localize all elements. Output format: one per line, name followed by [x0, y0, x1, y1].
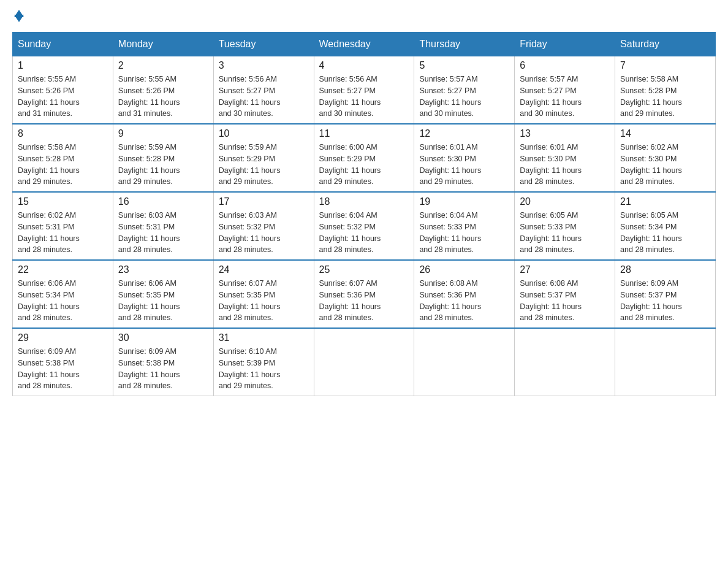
day-info: Sunrise: 5:59 AM Sunset: 5:29 PM Dayligh…	[219, 142, 309, 188]
day-info: Sunrise: 6:06 AM Sunset: 5:35 PM Dayligh…	[118, 278, 208, 324]
calendar-day-cell: 30 Sunrise: 6:09 AM Sunset: 5:38 PM Dayl…	[113, 328, 213, 396]
day-info: Sunrise: 6:02 AM Sunset: 5:31 PM Dayligh…	[18, 210, 108, 256]
column-header-sunday: Sunday	[13, 33, 113, 56]
calendar-day-cell: 25 Sunrise: 6:07 AM Sunset: 5:36 PM Dayl…	[314, 260, 414, 328]
day-info: Sunrise: 6:00 AM Sunset: 5:29 PM Dayligh…	[319, 142, 409, 188]
day-info: Sunrise: 5:58 AM Sunset: 5:28 PM Dayligh…	[620, 74, 710, 120]
day-info: Sunrise: 5:55 AM Sunset: 5:26 PM Dayligh…	[18, 74, 108, 120]
day-number: 31	[219, 332, 309, 343]
page-header	[12, 12, 716, 22]
day-info: Sunrise: 6:09 AM Sunset: 5:37 PM Dayligh…	[620, 278, 710, 324]
day-number: 16	[118, 196, 208, 207]
day-number: 29	[18, 332, 108, 343]
calendar-day-cell	[314, 328, 414, 396]
calendar-day-cell: 17 Sunrise: 6:03 AM Sunset: 5:32 PM Dayl…	[213, 192, 314, 260]
calendar-day-cell: 5 Sunrise: 5:57 AM Sunset: 5:27 PM Dayli…	[414, 56, 515, 124]
day-info: Sunrise: 5:57 AM Sunset: 5:27 PM Dayligh…	[520, 74, 610, 120]
day-info: Sunrise: 6:01 AM Sunset: 5:30 PM Dayligh…	[419, 142, 509, 188]
day-number: 20	[520, 196, 610, 207]
day-number: 12	[419, 128, 509, 139]
calendar-table: SundayMondayTuesdayWednesdayThursdayFrid…	[12, 32, 716, 396]
calendar-week-row: 22 Sunrise: 6:06 AM Sunset: 5:34 PM Dayl…	[13, 260, 716, 328]
day-number: 10	[219, 128, 309, 139]
day-number: 14	[620, 128, 710, 139]
calendar-day-cell: 18 Sunrise: 6:04 AM Sunset: 5:32 PM Dayl…	[314, 192, 414, 260]
calendar-day-cell	[414, 328, 515, 396]
calendar-day-cell: 22 Sunrise: 6:06 AM Sunset: 5:34 PM Dayl…	[13, 260, 113, 328]
day-number: 4	[319, 60, 409, 71]
day-number: 3	[219, 60, 309, 71]
column-header-wednesday: Wednesday	[314, 33, 414, 56]
day-number: 5	[419, 60, 509, 71]
day-number: 13	[520, 128, 610, 139]
calendar-day-cell: 9 Sunrise: 5:59 AM Sunset: 5:28 PM Dayli…	[113, 124, 213, 192]
calendar-day-cell: 15 Sunrise: 6:02 AM Sunset: 5:31 PM Dayl…	[13, 192, 113, 260]
column-header-monday: Monday	[113, 33, 213, 56]
day-info: Sunrise: 6:10 AM Sunset: 5:39 PM Dayligh…	[219, 346, 309, 392]
day-number: 17	[219, 196, 309, 207]
calendar-week-row: 29 Sunrise: 6:09 AM Sunset: 5:38 PM Dayl…	[13, 328, 716, 396]
day-info: Sunrise: 6:03 AM Sunset: 5:32 PM Dayligh…	[219, 210, 309, 256]
day-number: 18	[319, 196, 409, 207]
day-number: 23	[118, 264, 208, 275]
calendar-day-cell: 4 Sunrise: 5:56 AM Sunset: 5:27 PM Dayli…	[314, 56, 414, 124]
column-header-thursday: Thursday	[414, 33, 515, 56]
calendar-day-cell: 2 Sunrise: 5:55 AM Sunset: 5:26 PM Dayli…	[113, 56, 213, 124]
day-number: 8	[18, 128, 108, 139]
calendar-day-cell: 20 Sunrise: 6:05 AM Sunset: 5:33 PM Dayl…	[515, 192, 615, 260]
calendar-day-cell: 7 Sunrise: 5:58 AM Sunset: 5:28 PM Dayli…	[615, 56, 716, 124]
calendar-day-cell: 23 Sunrise: 6:06 AM Sunset: 5:35 PM Dayl…	[113, 260, 213, 328]
day-info: Sunrise: 5:59 AM Sunset: 5:28 PM Dayligh…	[118, 142, 208, 188]
day-info: Sunrise: 6:05 AM Sunset: 5:34 PM Dayligh…	[620, 210, 710, 256]
calendar-day-cell: 1 Sunrise: 5:55 AM Sunset: 5:26 PM Dayli…	[13, 56, 113, 124]
calendar-day-cell: 26 Sunrise: 6:08 AM Sunset: 5:36 PM Dayl…	[414, 260, 515, 328]
calendar-week-row: 1 Sunrise: 5:55 AM Sunset: 5:26 PM Dayli…	[13, 56, 716, 124]
calendar-day-cell	[615, 328, 716, 396]
day-number: 24	[219, 264, 309, 275]
day-info: Sunrise: 6:01 AM Sunset: 5:30 PM Dayligh…	[520, 142, 610, 188]
day-info: Sunrise: 6:03 AM Sunset: 5:31 PM Dayligh…	[118, 210, 208, 256]
calendar-day-cell	[515, 328, 615, 396]
day-info: Sunrise: 6:08 AM Sunset: 5:36 PM Dayligh…	[419, 278, 509, 324]
day-info: Sunrise: 6:04 AM Sunset: 5:33 PM Dayligh…	[419, 210, 509, 256]
calendar-header-row: SundayMondayTuesdayWednesdayThursdayFrid…	[13, 33, 716, 56]
column-header-friday: Friday	[515, 33, 615, 56]
day-info: Sunrise: 6:09 AM Sunset: 5:38 PM Dayligh…	[18, 346, 108, 392]
day-number: 6	[520, 60, 610, 71]
calendar-day-cell: 3 Sunrise: 5:56 AM Sunset: 5:27 PM Dayli…	[213, 56, 314, 124]
column-header-tuesday: Tuesday	[213, 33, 314, 56]
calendar-day-cell: 27 Sunrise: 6:08 AM Sunset: 5:37 PM Dayl…	[515, 260, 615, 328]
calendar-day-cell: 16 Sunrise: 6:03 AM Sunset: 5:31 PM Dayl…	[113, 192, 213, 260]
day-number: 11	[319, 128, 409, 139]
calendar-day-cell: 29 Sunrise: 6:09 AM Sunset: 5:38 PM Dayl…	[13, 328, 113, 396]
day-info: Sunrise: 6:05 AM Sunset: 5:33 PM Dayligh…	[520, 210, 610, 256]
calendar-day-cell: 28 Sunrise: 6:09 AM Sunset: 5:37 PM Dayl…	[615, 260, 716, 328]
day-number: 2	[118, 60, 208, 71]
day-info: Sunrise: 6:04 AM Sunset: 5:32 PM Dayligh…	[319, 210, 409, 256]
logo	[12, 12, 24, 22]
day-number: 30	[118, 332, 208, 343]
day-info: Sunrise: 6:06 AM Sunset: 5:34 PM Dayligh…	[18, 278, 108, 324]
calendar-week-row: 8 Sunrise: 5:58 AM Sunset: 5:28 PM Dayli…	[13, 124, 716, 192]
calendar-day-cell: 10 Sunrise: 5:59 AM Sunset: 5:29 PM Dayl…	[213, 124, 314, 192]
day-number: 22	[18, 264, 108, 275]
day-number: 28	[620, 264, 710, 275]
calendar-week-row: 15 Sunrise: 6:02 AM Sunset: 5:31 PM Dayl…	[13, 192, 716, 260]
day-info: Sunrise: 6:02 AM Sunset: 5:30 PM Dayligh…	[620, 142, 710, 188]
day-info: Sunrise: 5:57 AM Sunset: 5:27 PM Dayligh…	[419, 74, 509, 120]
day-number: 19	[419, 196, 509, 207]
day-info: Sunrise: 6:09 AM Sunset: 5:38 PM Dayligh…	[118, 346, 208, 392]
calendar-day-cell: 31 Sunrise: 6:10 AM Sunset: 5:39 PM Dayl…	[213, 328, 314, 396]
day-number: 7	[620, 60, 710, 71]
calendar-day-cell: 24 Sunrise: 6:07 AM Sunset: 5:35 PM Dayl…	[213, 260, 314, 328]
calendar-day-cell: 6 Sunrise: 5:57 AM Sunset: 5:27 PM Dayli…	[515, 56, 615, 124]
day-info: Sunrise: 5:56 AM Sunset: 5:27 PM Dayligh…	[319, 74, 409, 120]
day-info: Sunrise: 6:08 AM Sunset: 5:37 PM Dayligh…	[520, 278, 610, 324]
day-info: Sunrise: 6:07 AM Sunset: 5:36 PM Dayligh…	[319, 278, 409, 324]
calendar-day-cell: 12 Sunrise: 6:01 AM Sunset: 5:30 PM Dayl…	[414, 124, 515, 192]
calendar-day-cell: 14 Sunrise: 6:02 AM Sunset: 5:30 PM Dayl…	[615, 124, 716, 192]
calendar-day-cell: 11 Sunrise: 6:00 AM Sunset: 5:29 PM Dayl…	[314, 124, 414, 192]
calendar-day-cell: 8 Sunrise: 5:58 AM Sunset: 5:28 PM Dayli…	[13, 124, 113, 192]
day-info: Sunrise: 6:07 AM Sunset: 5:35 PM Dayligh…	[219, 278, 309, 324]
column-header-saturday: Saturday	[615, 33, 716, 56]
